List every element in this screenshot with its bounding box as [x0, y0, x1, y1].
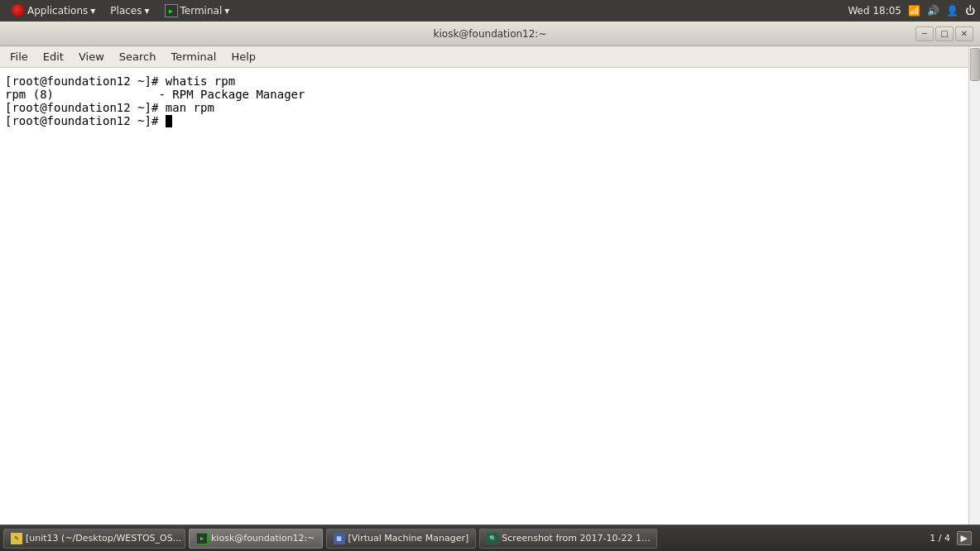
user-icon: 👤	[946, 5, 958, 17]
pager-label: 1 / 4	[930, 533, 950, 544]
system-bar: Applications ▾ Places ▾ ▶ Terminal ▾ Wed…	[0, 0, 980, 22]
terminal-window: kiosk@foundation12:~ ─ □ ✕ File Edit Vie…	[0, 22, 980, 525]
maximize-button[interactable]: □	[935, 26, 954, 41]
scrollbar-thumb[interactable]	[970, 48, 980, 81]
applications-menu[interactable]: Applications ▾	[5, 2, 102, 19]
taskbar-item-vm[interactable]: ▦ [Virtual Machine Manager]	[326, 529, 477, 549]
time-display: Wed 18:05	[848, 5, 901, 17]
taskbar-screenshot-label: Screenshot from 2017-10-22 1...	[502, 533, 650, 544]
terminal-line-1: [root@foundation12 ~]# whatis rpm rpm (8…	[5, 74, 305, 127]
places-arrow: ▾	[145, 5, 150, 17]
terminal-cursor	[166, 115, 172, 127]
terminal-icon: ▶	[165, 4, 178, 17]
scrollbar[interactable]	[968, 46, 980, 525]
taskbar-item-terminal[interactable]: ▶ kiosk@foundation12:~	[189, 529, 323, 549]
system-bar-left: Applications ▾ Places ▾ ▶ Terminal ▾	[5, 2, 236, 19]
power-icon: ⏻	[965, 5, 975, 17]
window-title: kiosk@foundation12:~	[65, 28, 915, 40]
menu-edit[interactable]: Edit	[36, 48, 70, 65]
menu-help[interactable]: Help	[224, 48, 262, 65]
places-label: Places	[110, 5, 142, 17]
taskbar-vm-label: [Virtual Machine Manager]	[348, 533, 469, 544]
system-bar-right: Wed 18:05 📶 🔊 👤 ⏻	[848, 5, 975, 17]
taskbar-item-file[interactable]: ✎ [unit13 (~/Desktop/WESTOS_OS...	[3, 529, 185, 549]
places-menu[interactable]: Places ▾	[103, 3, 156, 18]
terminal-taskbar-icon: ▶	[196, 533, 208, 544]
taskbar-file-label: [unit13 (~/Desktop/WESTOS_OS...	[26, 533, 181, 544]
close-button[interactable]: ✕	[955, 26, 973, 41]
file-icon: ✎	[11, 533, 22, 544]
vm-icon: ▦	[334, 533, 345, 544]
terminal-label: Terminal	[180, 5, 223, 17]
taskbar: ✎ [unit13 (~/Desktop/WESTOS_OS... ▶ kios…	[0, 525, 980, 551]
wifi-icon: 📶	[908, 5, 920, 17]
menu-view[interactable]: View	[72, 48, 111, 65]
terminal-content[interactable]: [root@foundation12 ~]# whatis rpm rpm (8…	[0, 68, 980, 525]
applications-label: Applications	[27, 5, 88, 17]
menu-file[interactable]: File	[3, 48, 35, 65]
menu-terminal[interactable]: Terminal	[164, 48, 223, 65]
volume-icon: 🔊	[927, 5, 939, 17]
applications-arrow: ▾	[90, 5, 95, 17]
taskbar-terminal-label: kiosk@foundation12:~	[211, 533, 315, 544]
taskbar-pager: 1 / 4 ▶	[925, 533, 977, 544]
window-controls: ─ □ ✕	[915, 26, 973, 41]
redhat-icon	[12, 4, 25, 17]
minimize-button[interactable]: ─	[915, 26, 934, 41]
menu-bar: File Edit View Search Terminal Help	[0, 46, 980, 68]
terminal-menu[interactable]: ▶ Terminal ▾	[158, 2, 237, 19]
terminal-arrow: ▾	[224, 5, 229, 17]
pager-next[interactable]: ▶	[957, 531, 972, 545]
menu-search[interactable]: Search	[113, 48, 163, 65]
taskbar-item-screenshot[interactable]: 🔍 Screenshot from 2017-10-22 1...	[479, 529, 657, 549]
title-bar: kiosk@foundation12:~ ─ □ ✕	[0, 22, 980, 46]
screenshot-icon: 🔍	[487, 533, 498, 544]
